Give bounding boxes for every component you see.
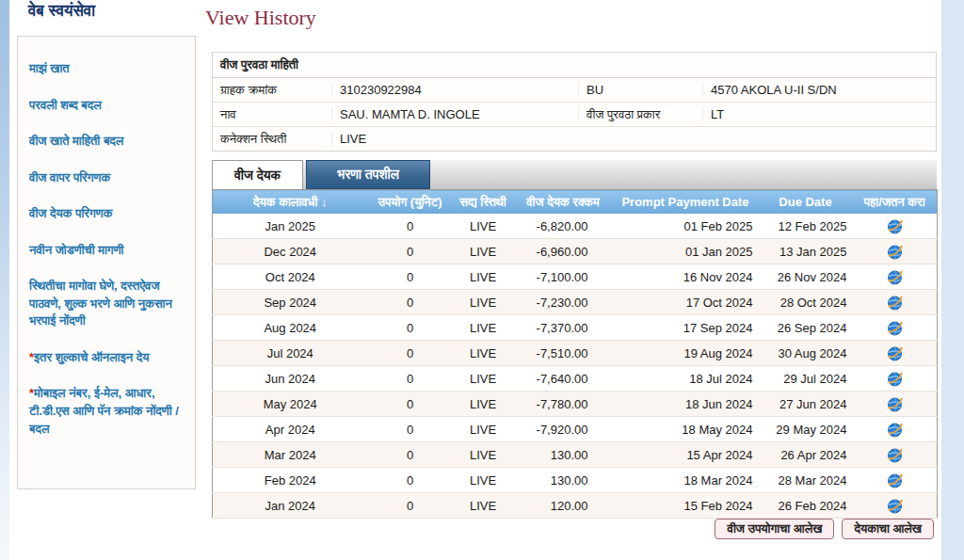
- sidebar-item-link[interactable]: वीज वापर परिगणक: [29, 170, 110, 184]
- cell-units: 0: [368, 290, 453, 315]
- view-save-bill-icon[interactable]: [887, 244, 903, 260]
- view-save-bill-icon[interactable]: [887, 498, 903, 514]
- supply-info-row: नावSAU. MAMTA D. INGOLEवीज पुरवठा प्रकार…: [213, 103, 936, 127]
- cell-due-date: 28 Mar 2024: [759, 468, 853, 493]
- cell-due-date: 29 Jul 2024: [759, 366, 853, 392]
- view-save-bill-icon[interactable]: [887, 218, 903, 234]
- view-save-bill-icon[interactable]: [887, 269, 903, 285]
- info-value: SAU. MAMTA D. INGOLE: [331, 107, 578, 121]
- cell-due-date: 27 Jun 2024: [759, 392, 853, 417]
- cell-due-date: 26 Feb 2024: [759, 493, 853, 519]
- cell-period: Dec 2024: [213, 239, 368, 264]
- cell-units: 0: [368, 417, 453, 442]
- sidebar-item-link[interactable]: परवली शब्द बदल: [29, 98, 102, 112]
- sidebar-item[interactable]: वीज खाते माहिती बदल: [29, 132, 184, 150]
- info-value: LT: [702, 107, 936, 121]
- sidebar-item[interactable]: परवली शब्द बदल: [29, 96, 184, 114]
- usage-graph-button[interactable]: वीज उपयोगाचा आलेख: [715, 519, 834, 539]
- info-label: नाव: [213, 107, 331, 122]
- table-row: Apr 20240LIVE-7,920.0018 May 202429 May …: [213, 417, 938, 442]
- cell-view-save: [853, 442, 938, 468]
- cell-status: LIVE: [453, 442, 514, 468]
- sidebar-item-link[interactable]: स्थितीचा मागोवा घेणे, दस्तऐवज पाठवणे, शु…: [29, 279, 172, 328]
- table-row: Jun 20240LIVE-7,640.0018 Jul 202429 Jul …: [213, 366, 938, 392]
- info-value: 4570 AKOLA U-II S/DN: [702, 83, 936, 97]
- bill-history-table: देयक कालावधी ↓उपयोग (युनिट)सद्य स्तिथीवी…: [212, 189, 938, 519]
- view-save-bill-icon[interactable]: [887, 295, 903, 311]
- column-header: सद्य स्तिथी: [453, 190, 514, 215]
- cell-period: May 2024: [213, 392, 368, 417]
- bill-graph-button[interactable]: देयकाचा आलेख: [842, 519, 934, 539]
- cell-units: 0: [368, 239, 453, 264]
- column-header: वीज देयक रक्कम: [514, 190, 613, 215]
- cell-amount: -6,820.00: [514, 214, 613, 239]
- cell-prompt-date: 17 Sep 2024: [613, 315, 759, 341]
- cell-units: 0: [368, 442, 453, 468]
- cell-due-date: 30 Aug 2024: [759, 341, 853, 366]
- cell-units: 0: [368, 493, 453, 519]
- cell-view-save: [853, 264, 938, 290]
- view-save-bill-icon[interactable]: [887, 320, 903, 336]
- cell-status: LIVE: [453, 493, 514, 519]
- cell-due-date: 26 Nov 2024: [759, 264, 853, 290]
- view-save-bill-icon[interactable]: [887, 345, 903, 361]
- cell-amount: 120.00: [514, 493, 613, 519]
- sidebar-item-link[interactable]: *इतर शुल्काचे ऑनलाइन देय: [29, 350, 149, 364]
- cell-status: LIVE: [453, 239, 514, 264]
- table-row: Jan 20250LIVE-6,820.0001 Feb 202512 Feb …: [213, 214, 938, 239]
- cell-view-save: [853, 366, 938, 392]
- cell-amount: -7,640.00: [514, 366, 613, 392]
- cell-amount: -7,510.00: [514, 341, 613, 366]
- table-row: Jan 20240LIVE120.0015 Feb 202426 Feb 202…: [213, 493, 938, 519]
- info-value: LIVE: [331, 132, 578, 146]
- sidebar-item-link[interactable]: माझं खात: [29, 61, 70, 75]
- cell-view-save: [853, 214, 938, 239]
- cell-view-save: [853, 315, 938, 341]
- cell-status: LIVE: [453, 392, 514, 417]
- sidebar-item-link[interactable]: वीज देयक परिगणक: [29, 206, 112, 220]
- cell-status: LIVE: [453, 366, 514, 392]
- table-row: Aug 20240LIVE-7,370.0017 Sep 202426 Sep …: [213, 315, 938, 341]
- view-save-bill-icon[interactable]: [887, 396, 903, 412]
- column-header[interactable]: देयक कालावधी ↓: [213, 190, 368, 215]
- cell-period: Feb 2024: [213, 468, 368, 493]
- cell-period: Mar 2024: [213, 442, 368, 468]
- sidebar-item[interactable]: *मोबाइल नंबर, ई-मेल, आधार, टी.डी.एस आणि …: [29, 384, 184, 437]
- view-save-bill-icon[interactable]: [887, 422, 903, 438]
- table-header-row: देयक कालावधी ↓उपयोग (युनिट)सद्य स्तिथीवी…: [213, 190, 938, 215]
- cell-amount: -7,230.00: [514, 290, 613, 315]
- info-label: कनेक्शन स्थिती: [213, 132, 331, 147]
- sidebar-item-link[interactable]: *मोबाइल नंबर, ई-मेल, आधार, टी.डी.एस आणि …: [29, 386, 179, 435]
- table-row: May 20240LIVE-7,780.0018 Jun 202427 Jun …: [213, 392, 938, 417]
- cell-units: 0: [368, 468, 453, 493]
- cell-prompt-date: 18 Jun 2024: [613, 392, 759, 417]
- view-save-bill-icon[interactable]: [887, 371, 903, 387]
- sidebar-item[interactable]: *इतर शुल्काचे ऑनलाइन देय: [29, 348, 184, 366]
- cell-amount: 130.00: [514, 442, 613, 468]
- cell-status: LIVE: [453, 417, 514, 442]
- cell-due-date: 28 Oct 2024: [759, 290, 853, 315]
- info-label: ग्राहक क्रमांक: [213, 83, 331, 98]
- cell-status: LIVE: [453, 290, 514, 315]
- right-edge-strip: [941, 0, 964, 560]
- view-save-bill-icon[interactable]: [887, 472, 903, 488]
- cell-prompt-date: 15 Feb 2024: [613, 493, 759, 519]
- sidebar-item[interactable]: स्थितीचा मागोवा घेणे, दस्तऐवज पाठवणे, शु…: [29, 277, 184, 329]
- tab-payment-details[interactable]: भरणा तपशील: [306, 160, 430, 189]
- sidebar-menu: माझं खातपरवली शब्द बदलवीज खाते माहिती बद…: [29, 59, 184, 437]
- sidebar-item[interactable]: वीज वापर परिगणक: [29, 168, 184, 186]
- sidebar-item-link[interactable]: वीज खाते माहिती बदल: [29, 134, 123, 148]
- tab-bill[interactable]: वीज देयक: [212, 160, 303, 189]
- cell-units: 0: [368, 341, 453, 366]
- view-save-bill-icon[interactable]: [887, 447, 903, 463]
- column-header: Due Date: [759, 190, 853, 215]
- sidebar-item-link[interactable]: नवीन जोडणीची मागणी: [29, 243, 124, 257]
- cell-amount: -7,780.00: [514, 392, 613, 417]
- cell-prompt-date: 16 Nov 2024: [613, 264, 759, 290]
- sidebar-item[interactable]: नवीन जोडणीची मागणी: [29, 241, 184, 259]
- table-row: Dec 20240LIVE-6,960.0001 Jan 202513 Jan …: [213, 239, 938, 264]
- sidebar-item[interactable]: माझं खात: [29, 59, 184, 77]
- cell-prompt-date: 15 Apr 2024: [613, 442, 759, 468]
- cell-prompt-date: 01 Jan 2025: [613, 239, 759, 264]
- sidebar-item[interactable]: वीज देयक परिगणक: [29, 204, 184, 222]
